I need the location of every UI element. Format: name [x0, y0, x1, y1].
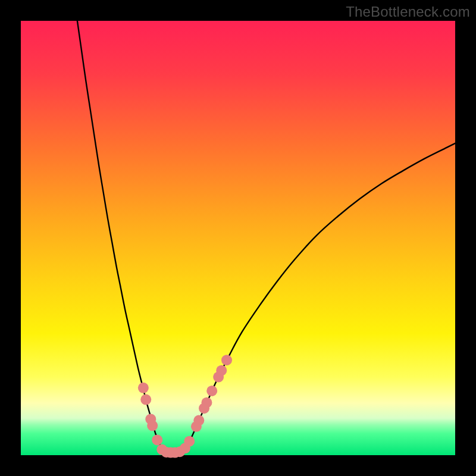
data-marker: [147, 420, 158, 431]
outer-frame: TheBottleneck.com: [0, 0, 476, 476]
chart-svg: [21, 21, 455, 455]
data-marker: [193, 415, 204, 426]
data-marker: [138, 383, 149, 393]
data-marker: [216, 365, 227, 376]
data-marker: [184, 436, 195, 447]
watermark-text: TheBottleneck.com: [346, 4, 470, 20]
data-marker: [221, 355, 232, 365]
data-marker: [206, 386, 217, 396]
bottleneck-curve: [77, 21, 455, 453]
data-marker: [152, 434, 162, 445]
data-marker: [140, 394, 151, 405]
data-marker: [201, 397, 212, 408]
